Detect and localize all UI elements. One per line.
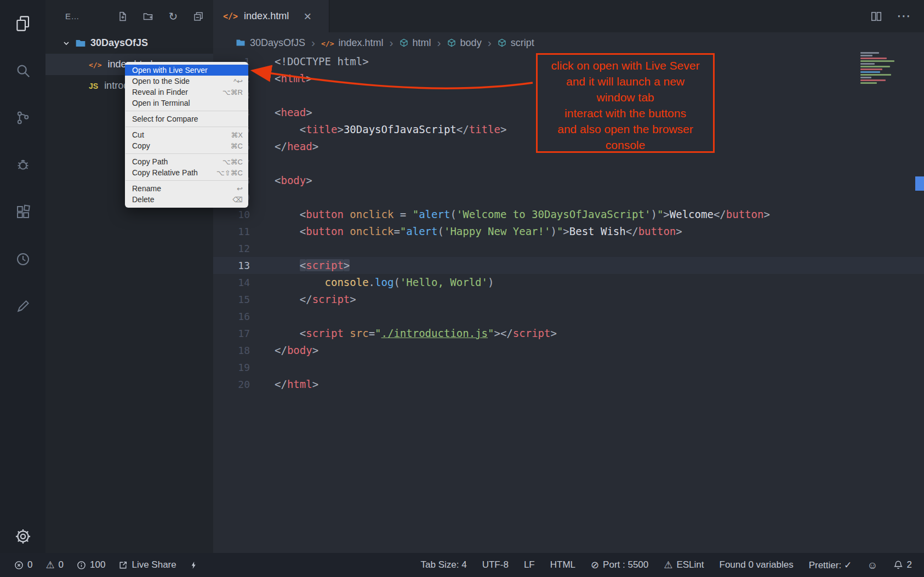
breadcrumb-separator: › [390,36,393,49]
code-text: <button onclick = "alert('Welcome to 30D… [250,206,770,223]
code-line-20[interactable]: 20</html> [213,376,924,393]
code-line-16[interactable]: 16 [213,308,924,325]
status-eol[interactable]: LF [524,559,535,570]
activity-pen[interactable] [10,293,36,319]
settings-gear[interactable] [14,528,32,545]
minimap-line [860,79,886,81]
menu-item-label: Copy Relative Path [132,168,210,177]
minimap-line [860,74,891,76]
minimap[interactable] [860,52,915,84]
status-encoding[interactable]: UTF-8 [482,559,509,570]
folder-root-row[interactable]: 30DaysOfJS [45,32,213,54]
breadcrumb-body[interactable]: body [447,37,482,49]
menu-separator [126,153,248,154]
activity-search[interactable] [10,58,36,84]
clock-icon [15,251,31,267]
status-notifications[interactable]: 2 [893,559,912,570]
menu-item-cut[interactable]: Cut⌘X [125,129,248,140]
status-variables[interactable]: Found 0 variables [720,559,794,570]
code-line-11[interactable]: 11 <button onclick="alert('Happy New Yea… [213,223,924,240]
status-eslint[interactable]: ⚠ESLint [664,559,704,570]
status-eol-label: LF [524,559,535,570]
breadcrumb-separator: › [437,36,441,49]
code-line-12[interactable]: 12 [213,240,924,257]
code-line-17[interactable]: 17 <script src="./introduction.js"></scr… [213,325,924,342]
code-text [250,189,275,206]
more-actions-icon[interactable]: ⋯ [897,8,911,25]
pen-icon [15,298,31,315]
menu-separator [126,180,248,181]
status-errors[interactable]: 0 [14,559,32,570]
chevron-down-icon [62,39,71,48]
status-language-mode[interactable]: HTML [550,559,575,570]
new-folder-icon[interactable] [142,10,154,22]
activity-debug[interactable] [10,152,36,178]
code-line-13[interactable]: 13 <script> [213,257,924,274]
status-errors-label: 0 [27,559,32,570]
breadcrumb-index-html[interactable]: </>index.html [321,37,384,49]
menu-item-shortcut: ⌘C [231,142,243,150]
breadcrumb-30daysofjs[interactable]: 30DaysOfJS [236,37,305,49]
code-text: <button onclick="alert('Happy New Year!'… [250,223,682,240]
line-number: 19 [213,359,250,376]
html-file-icon: </> [223,12,238,21]
code-line-10[interactable]: 10 <button onclick = "alert('Welcome to … [213,206,924,223]
menu-item-delete[interactable]: Delete⌫ [125,194,248,205]
activity-explorer[interactable] [10,10,36,37]
collapse-all-icon[interactable] [192,10,204,22]
split-editor-icon[interactable] [870,10,882,22]
code-text: </head> [250,138,318,155]
menu-item-copy-relative-path[interactable]: Copy Relative Path⌥⇧⌘C [125,167,248,178]
status-info[interactable]: 100 [77,559,105,570]
menu-item-select-for-compare[interactable]: Select for Compare [125,113,248,124]
status-info-label: 100 [90,559,105,570]
activity-source-control[interactable] [10,105,36,131]
activity-extensions[interactable] [10,199,36,225]
tab-close-icon[interactable]: × [304,10,311,23]
code-line-9[interactable]: 9 [213,189,924,206]
explorer-title: E… [65,12,79,21]
code-line-8[interactable]: 8<body> [213,172,924,189]
menu-item-rename[interactable]: Rename↩ [125,183,248,194]
status-notifications-label: 2 [907,559,912,570]
line-number: 12 [213,240,250,257]
new-file-icon[interactable] [117,10,129,22]
status-live-share[interactable]: Live Share [118,559,176,570]
code-line-14[interactable]: 14 console.log('Hello, World') [213,274,924,291]
menu-item-reveal-in-finder[interactable]: Reveal in Finder⌥⌘R [125,87,248,98]
activity-clock[interactable] [10,246,36,272]
minimap-line [860,82,877,84]
scrollbar-marker[interactable] [915,176,924,191]
refresh-icon[interactable]: ↻ [167,10,179,22]
minimap-line [860,55,872,56]
code-line-19[interactable]: 19 [213,359,924,376]
status-feedback[interactable]: ☺ [867,560,877,570]
status-tab-size[interactable]: Tab Size: 4 [421,559,467,570]
code-text: <!DOCTYPE html> [250,53,369,70]
code-line-18[interactable]: 18</body> [213,342,924,359]
menu-item-label: Copy [132,141,224,150]
status-prettier[interactable]: Prettier: ✓ [809,559,852,571]
menu-item-open-to-the-side[interactable]: Open to the Side^↩ [125,76,248,87]
status-port[interactable]: ⊘Port : 5500 [591,559,648,570]
menu-item-open-with-live-server[interactable]: Open with Live Server [125,65,248,76]
code-line-7[interactable]: 7 [213,155,924,172]
extensions-icon [15,204,31,220]
status-warnings[interactable]: ⚠0 [45,559,64,570]
error-icon [14,561,24,570]
folder-icon [236,38,246,48]
menu-item-copy[interactable]: Copy⌘C [125,140,248,151]
status-lightning[interactable] [190,561,198,570]
explorer-actions: ↻ [117,10,204,22]
menu-item-open-in-terminal[interactable]: Open in Terminal [125,98,248,108]
menu-item-label: Cut [132,130,224,139]
minimap-line [860,58,887,59]
breadcrumb-html[interactable]: html [400,37,431,49]
code-line-15[interactable]: 15 </script> [213,291,924,308]
breadcrumb-script[interactable]: script [498,37,534,49]
menu-item-copy-path[interactable]: Copy Path⌥⌘C [125,156,248,167]
context-menu: Open with Live ServerOpen to the Side^↩R… [125,62,248,208]
folder-root-label: 30DaysOfJS [90,37,148,49]
menu-item-shortcut: ⌥⌘R [223,88,243,96]
tab-index-html[interactable]: </> index.html × [213,0,329,32]
